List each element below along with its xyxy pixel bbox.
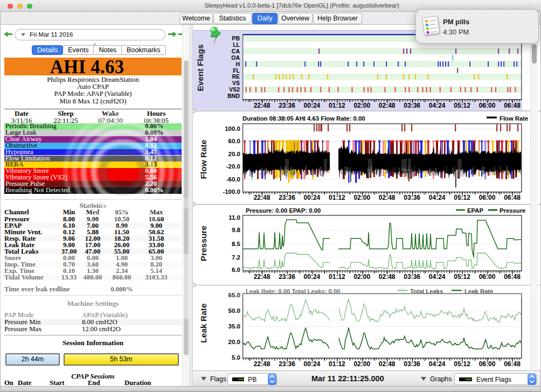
svg-text:04:24: 04:24: [429, 273, 446, 281]
svg-text:VS: VS: [232, 80, 240, 86]
svg-text:60.0: 60.0: [228, 138, 240, 144]
svg-text:CA: CA: [232, 48, 240, 54]
svg-text:Pressure: 0.00 EPAP: 0.00: Pressure: 0.00 EPAP: 0.00: [246, 207, 321, 214]
svg-text:00:24: 00:24: [304, 360, 321, 368]
svg-text:5.0: 5.0: [232, 354, 240, 361]
svg-text:02:00: 02:00: [353, 360, 370, 368]
svg-text:H: H: [235, 61, 240, 67]
svg-text:01:12: 01:12: [329, 273, 345, 281]
svg-text:06:48: 06:48: [504, 273, 521, 281]
svg-text:03:36: 03:36: [404, 273, 420, 281]
svg-text:01:12: 01:12: [329, 102, 345, 109]
svg-text:05:12: 05:12: [454, 194, 470, 201]
svg-text:22:48: 22:48: [254, 102, 270, 109]
svg-text:03:36: 03:36: [404, 194, 420, 201]
svg-text:OA: OA: [231, 54, 240, 61]
svg-text:LL: LL: [233, 41, 240, 48]
svg-text:22:48: 22:48: [254, 194, 270, 201]
svg-text:06:00: 06:00: [479, 194, 496, 201]
svg-text:VS2: VS2: [229, 86, 240, 93]
svg-text:-20.0: -20.0: [226, 163, 240, 170]
svg-text:00:24: 00:24: [304, 194, 321, 201]
svg-text:05:12: 05:12: [454, 273, 470, 281]
svg-text:11.0: 11.0: [228, 214, 240, 221]
svg-text:01:12: 01:12: [329, 360, 345, 368]
svg-text:02:48: 02:48: [379, 273, 396, 281]
svg-text:06:00: 06:00: [479, 273, 496, 281]
svg-text:65.0: 65.0: [228, 292, 240, 298]
svg-text:04:24: 04:24: [429, 360, 446, 368]
svg-text:Pressure: Pressure: [199, 225, 208, 261]
svg-text:04:24: 04:24: [429, 194, 446, 201]
svg-text:20.0: 20.0: [228, 339, 240, 345]
svg-text:BND: BND: [227, 93, 240, 99]
svg-text:06:48: 06:48: [504, 194, 521, 201]
svg-text:02:48: 02:48: [379, 102, 396, 109]
svg-text:02:00: 02:00: [353, 273, 370, 281]
svg-text:35.0: 35.0: [228, 323, 240, 330]
svg-text:-100.0: -100.0: [223, 188, 240, 195]
svg-text:06:00: 06:00: [479, 360, 496, 368]
svg-text:06:00: 06:00: [479, 102, 496, 109]
svg-text:06:48: 06:48: [504, 102, 521, 109]
svg-text:7.2: 7.2: [232, 254, 240, 261]
svg-text:05:12: 05:12: [454, 102, 470, 109]
svg-text:02:48: 02:48: [379, 360, 396, 368]
svg-text:Duration 08:38:05 AHI 4.63 Flo: Duration 08:38:05 AHI 4.63 Flow Rate: 0.…: [242, 115, 365, 122]
svg-text:02:48: 02:48: [379, 194, 396, 201]
svg-text:02:00: 02:00: [353, 194, 370, 201]
svg-text:22:48: 22:48: [254, 360, 270, 368]
svg-text:03:36: 03:36: [404, 102, 420, 109]
svg-text:00:24: 00:24: [304, 102, 321, 109]
svg-text:PB: PB: [232, 35, 240, 41]
svg-text:00:24: 00:24: [304, 273, 321, 281]
svg-text:Leak Rate: Leak Rate: [199, 303, 208, 343]
svg-text:04:24: 04:24: [429, 102, 446, 109]
svg-text:FL: FL: [233, 67, 240, 74]
svg-text:Flow Rate: Flow Rate: [500, 115, 528, 122]
svg-text:23:36: 23:36: [279, 102, 295, 109]
svg-text:-60.0: -60.0: [226, 176, 240, 183]
svg-text:05:12: 05:12: [454, 360, 470, 368]
svg-text:01:12: 01:12: [329, 194, 345, 201]
svg-text:RE: RE: [232, 73, 240, 80]
svg-text:6.0: 6.0: [232, 267, 240, 273]
svg-text:02:00: 02:00: [353, 102, 370, 109]
svg-text:23:36: 23:36: [279, 194, 295, 201]
svg-text:03:36: 03:36: [404, 360, 420, 368]
svg-text:100.0: 100.0: [225, 125, 240, 132]
svg-text:Pressure: Pressure: [500, 207, 525, 214]
svg-text:EPAP: EPAP: [467, 207, 483, 214]
svg-text:9.8: 9.8: [232, 227, 241, 233]
svg-text:50.0: 50.0: [228, 307, 240, 314]
svg-text:06:48: 06:48: [504, 360, 521, 368]
svg-text:20.0: 20.0: [228, 151, 240, 157]
svg-text:Event Flags: Event Flags: [196, 45, 205, 92]
svg-text:22:48: 22:48: [254, 273, 270, 281]
svg-text:8.5: 8.5: [232, 241, 241, 247]
svg-text:23:36: 23:36: [279, 273, 295, 281]
svg-text:Flow Rate: Flow Rate: [199, 139, 208, 179]
svg-text:23:36: 23:36: [279, 360, 295, 368]
